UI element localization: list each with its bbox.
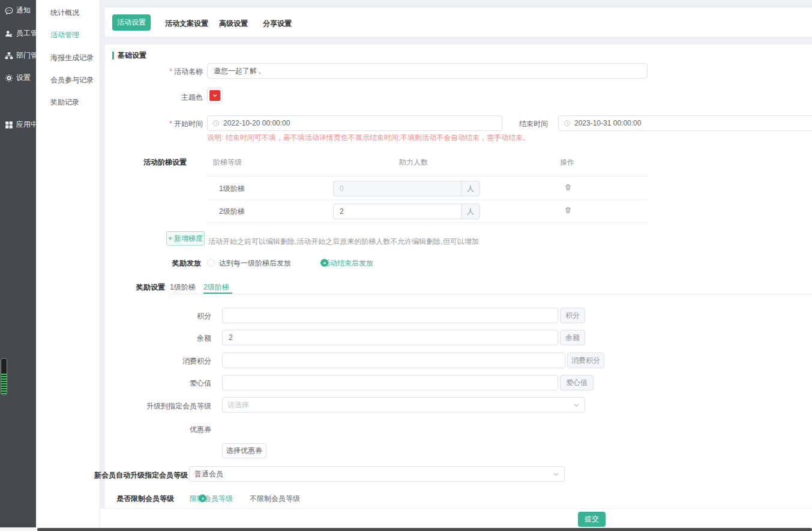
submenu-item-reward-records[interactable]: 奖励记录 [50, 97, 79, 108]
ladder-row2-delete-button[interactable] [564, 206, 572, 216]
ladder-header-actions: 操作 [560, 157, 574, 168]
balance-input[interactable] [222, 330, 558, 345]
love-value-suffix: 爱心值 [560, 375, 594, 390]
reward-dispatch-label: 奖励发放 [126, 258, 201, 269]
ladder-label: 活动阶梯设置 [110, 157, 187, 168]
balance-suffix: 余额 [560, 330, 585, 345]
sidebar-item-settings[interactable]: 设置 [5, 73, 31, 83]
sidebar-item-notifications[interactable]: 通知 [5, 5, 31, 16]
theme-color-chip [209, 90, 220, 101]
submenu-item-member-records[interactable]: 会员参与记录 [50, 75, 94, 85]
start-time-label: *开始时间 [126, 119, 203, 129]
ladder-row2-count-input[interactable] [334, 204, 461, 219]
activity-name-label: *活动名称 [126, 67, 203, 77]
chevron-down-icon [212, 93, 217, 98]
reward-tab-level2[interactable]: 2级阶梯 [203, 282, 229, 293]
ladder-row1-delete-button[interactable] [564, 183, 572, 193]
upgrade-level-label: 升级到指定会员等级 [127, 401, 211, 411]
new-member-level-select[interactable]: 普通会员 [189, 466, 565, 482]
section-marker [112, 52, 114, 59]
add-ladder-button[interactable]: + 新增梯度 [166, 231, 205, 246]
balance-label: 余额 [151, 333, 211, 344]
trash-icon [564, 183, 572, 192]
theme-color-picker[interactable] [207, 88, 223, 103]
end-time-value: 2023-10-31 00:00:00 [574, 119, 641, 127]
clock-icon [212, 120, 220, 127]
activity-name-input[interactable] [207, 63, 648, 79]
choose-coupon-button[interactable]: 选择优惠券 [222, 443, 266, 458]
start-time-input[interactable]: 2022-10-20 00:00:00 [207, 115, 502, 131]
form-card [105, 44, 812, 508]
consume-points-suffix: 消费积分 [567, 353, 604, 368]
table-divider [207, 199, 648, 200]
consume-points-input[interactable] [222, 353, 565, 368]
submenu-item-stats[interactable]: 统计概况 [50, 8, 79, 18]
sidebar-item-label: 通知 [16, 5, 31, 16]
start-time-value: 2022-10-20 00:00:00 [223, 119, 290, 127]
upgrade-level-select[interactable]: 请选择 [222, 397, 585, 413]
clock-icon [564, 120, 571, 127]
unit-suffix: 人 [461, 181, 480, 196]
form-footer [100, 508, 812, 527]
required-mark: * [169, 120, 172, 128]
love-value-label: 爱心值 [151, 378, 211, 389]
new-member-level-label: 新会员自动升级指定会员等级 [94, 470, 188, 481]
radio-no-limit-level-label[interactable]: 不限制会员等级 [250, 494, 300, 504]
tab-share-settings[interactable]: 分享设置 [263, 19, 292, 29]
unit-suffix: 人 [461, 204, 480, 219]
consume-points-label: 消费积分 [151, 356, 211, 366]
ladder-row1-count-input[interactable] [334, 181, 461, 196]
sidebar-item-label: 设置 [16, 73, 31, 83]
limit-level-label: 是否限制会员等级 [114, 494, 174, 504]
employees-icon [5, 29, 13, 38]
app-center-icon [5, 121, 13, 129]
radio-after-end-label[interactable]: 活动结束后发放 [323, 258, 373, 269]
radio-per-ladder[interactable] [207, 259, 215, 267]
submenu-item-poster-records[interactable]: 海报生成记录 [50, 53, 94, 63]
ladder-hint: 活动开始之前可以编辑删除,活动开始之后原来的阶梯人数不允许编辑删除,但可以增加 [208, 237, 479, 247]
theme-color-label: 主题色 [126, 93, 203, 103]
points-label: 积分 [151, 311, 211, 321]
ladder-header-level: 阶梯等级 [213, 157, 242, 168]
radio-limit-level-label[interactable]: 限制会员等级 [190, 494, 233, 504]
table-divider [207, 176, 648, 177]
table-divider [207, 222, 648, 223]
end-time-input[interactable]: 2023-10-31 00:00:00 [558, 115, 812, 131]
trash-icon [564, 206, 572, 214]
tab-activity-settings[interactable]: 活动设置 [112, 14, 151, 31]
department-icon [5, 52, 13, 60]
submit-button[interactable]: 提交 [578, 512, 606, 527]
submenu-item-activity[interactable]: 活动管理 [50, 30, 79, 40]
plus-icon: + [168, 234, 172, 243]
tab-copy-settings[interactable]: 活动文案设置 [165, 19, 208, 29]
ladder-header-count: 助力人数 [399, 157, 428, 168]
end-time-hint: 说明: 结束时间可不填，若不填活动详情页也不展示结束时间;不填则活动不会自动结束… [207, 133, 530, 143]
ladder-row2-level: 2级阶梯 [219, 207, 245, 217]
radio-per-ladder-label[interactable]: 达到每一级阶梯后发放 [219, 258, 291, 269]
settings-icon [5, 74, 13, 82]
end-time-label: 结束时间 [489, 119, 548, 129]
reward-tab-active-underline [203, 293, 232, 294]
notification-icon [5, 7, 13, 15]
points-suffix: 积分 [560, 308, 585, 323]
ladder-row1-count-group: 人 [333, 181, 480, 196]
main-sidebar: 通知 员工管理 部门管理 设置 应用中心 [0, 0, 36, 531]
ladder-row2-count-group: 人 [333, 204, 480, 219]
mini-meter-widget [1, 358, 7, 395]
tab-advanced-settings[interactable]: 高级设置 [219, 19, 248, 29]
page: 通知 员工管理 部门管理 设置 应用中心 统计概况 活动管理 海报生成记录 会员… [0, 0, 812, 531]
reward-settings-label: 奖励设置 [90, 282, 165, 293]
love-value-input[interactable] [222, 375, 558, 390]
reward-tabs-divider [170, 294, 812, 294]
points-input[interactable] [222, 308, 558, 323]
module-submenu: 统计概况 活动管理 海报生成记录 会员参与记录 奖励记录 [36, 0, 100, 531]
coupon-label: 优惠券 [151, 425, 211, 435]
required-mark: * [169, 67, 172, 76]
section-title: 基础设置 [118, 50, 146, 61]
reward-tab-level1[interactable]: 1级阶梯 [170, 282, 196, 293]
meter-stripes [1, 374, 7, 394]
chevron-down-icon [573, 402, 580, 408]
new-member-level-value: 普通会员 [194, 469, 223, 479]
horizontal-scrollbar-thumb[interactable] [37, 528, 812, 531]
tabs-card: 活动设置 活动文案设置 高级设置 分享设置 [105, 8, 812, 37]
